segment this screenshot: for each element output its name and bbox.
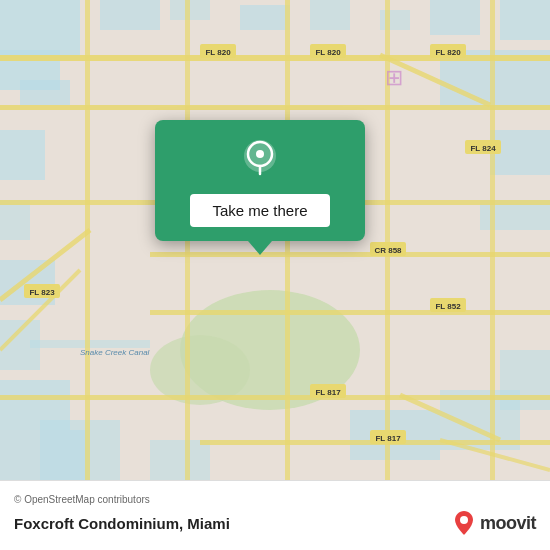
- moovit-logo: moovit: [452, 509, 536, 537]
- svg-text:FL 824: FL 824: [470, 144, 496, 153]
- bottom-bar: © OpenStreetMap contributors Foxcroft Co…: [0, 480, 550, 550]
- map-pin-icon: [238, 138, 282, 182]
- svg-text:FL 823: FL 823: [29, 288, 55, 297]
- svg-rect-9: [430, 0, 480, 35]
- svg-text:FL 820: FL 820: [435, 48, 461, 57]
- svg-text:FL 820: FL 820: [205, 48, 231, 57]
- location-popup: Take me there: [155, 120, 365, 241]
- svg-rect-33: [0, 395, 550, 400]
- svg-rect-39: [490, 0, 495, 480]
- svg-point-69: [256, 150, 264, 158]
- svg-point-70: [460, 516, 468, 524]
- svg-rect-13: [0, 200, 30, 240]
- moovit-pin-icon: [452, 509, 476, 537]
- svg-point-26: [150, 335, 250, 405]
- svg-text:FL 820: FL 820: [315, 48, 341, 57]
- svg-rect-10: [500, 0, 550, 40]
- svg-text:⊞: ⊞: [385, 65, 403, 90]
- svg-rect-3: [20, 80, 70, 105]
- svg-rect-8: [380, 10, 410, 30]
- svg-rect-4: [100, 0, 160, 30]
- svg-rect-20: [40, 420, 120, 480]
- svg-rect-7: [310, 0, 350, 30]
- take-me-there-button[interactable]: Take me there: [190, 194, 329, 227]
- map-container: FL 820 FL 820 FL 820 FL 824 817 CR 858 F…: [0, 0, 550, 480]
- moovit-brand-text: moovit: [480, 513, 536, 534]
- attribution-text: © OpenStreetMap contributors: [14, 494, 536, 505]
- svg-rect-35: [85, 0, 90, 480]
- svg-text:CR 858: CR 858: [374, 246, 402, 255]
- bottom-row: Foxcroft Condominium, Miami moovit: [14, 509, 536, 537]
- svg-rect-21: [150, 440, 210, 480]
- location-name: Foxcroft Condominium, Miami: [14, 515, 230, 532]
- svg-text:FL 817: FL 817: [375, 434, 401, 443]
- svg-text:FL 852: FL 852: [435, 302, 461, 311]
- svg-text:Snake Creek Canal: Snake Creek Canal: [80, 348, 150, 357]
- svg-rect-28: [0, 55, 550, 61]
- svg-text:FL 817: FL 817: [315, 388, 341, 397]
- svg-rect-6: [240, 5, 290, 30]
- svg-rect-24: [500, 350, 550, 410]
- svg-rect-29: [0, 105, 550, 110]
- svg-rect-12: [0, 130, 45, 180]
